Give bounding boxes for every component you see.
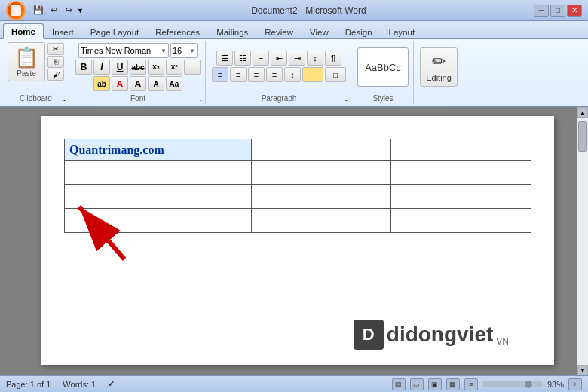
clear-format-button[interactable]: [184, 60, 201, 75]
numbering-button[interactable]: ☷: [234, 51, 251, 66]
borders-button[interactable]: □: [325, 67, 346, 82]
maximize-button[interactable]: □: [550, 5, 565, 17]
font-row-3: ab A A A Aa: [93, 76, 182, 91]
tab-mailings[interactable]: Mailings: [208, 24, 256, 39]
view-draft-button[interactable]: ≡: [464, 378, 478, 390]
paragraph-expand[interactable]: ⌄: [344, 96, 349, 103]
strikethrough-button[interactable]: abc: [130, 60, 146, 75]
table-cell[interactable]: [65, 185, 252, 209]
indent-more-button[interactable]: ⇥: [289, 51, 305, 66]
sort-button[interactable]: ↕: [307, 51, 323, 66]
scroll-track: [577, 118, 588, 365]
font-color-button[interactable]: A: [112, 76, 128, 91]
spell-check-icon[interactable]: ✔: [108, 379, 115, 389]
cut-button[interactable]: ✂: [47, 43, 64, 55]
editing-controls: ✏ Editing: [420, 42, 458, 103]
line-spacing-button[interactable]: ↕: [284, 67, 301, 82]
styles-gallery[interactable]: AaBbCc: [357, 47, 409, 87]
clipboard-expand[interactable]: ⌄: [62, 96, 67, 103]
word-page[interactable]: Quantrimang.com: [41, 116, 554, 365]
close-button[interactable]: ✕: [567, 5, 582, 17]
italic-button[interactable]: I: [93, 60, 110, 75]
table-cell[interactable]: [251, 139, 391, 161]
document-area: Quantrimang.com: [0, 107, 588, 375]
zoom-percent: 93%: [547, 380, 564, 389]
font-name-value: Times New Roman: [81, 46, 151, 55]
table-cell[interactable]: [251, 161, 391, 185]
scroll-thumb[interactable]: [578, 121, 587, 152]
bullets-button[interactable]: ☰: [216, 51, 233, 66]
table-cell[interactable]: [391, 161, 531, 185]
scroll-down-button[interactable]: ▼: [577, 365, 588, 375]
paragraph-controls: ☰ ☷ ≡ ⇤ ⇥ ↕ ¶ ≡ ≡ ≡ ≡ ↕ □: [212, 42, 346, 103]
table-cell[interactable]: [391, 139, 531, 161]
table-cell-selected[interactable]: Quantrimang.com: [65, 139, 252, 161]
superscript-button[interactable]: X²: [166, 60, 182, 75]
tab-insert[interactable]: Insert: [44, 24, 82, 39]
show-marks-button[interactable]: ¶: [325, 51, 341, 66]
paragraph-label: Paragraph: [262, 94, 297, 103]
bold-button[interactable]: B: [75, 60, 92, 75]
styles-controls: AaBbCc: [357, 42, 409, 103]
copy-button[interactable]: ⎘: [47, 56, 64, 68]
para-row-1: ☰ ☷ ≡ ⇤ ⇥ ↕ ¶: [216, 51, 341, 66]
font-row-2: B I U abc X₂ X²: [75, 60, 201, 75]
words-info: Words: 1: [63, 380, 96, 389]
font-expand[interactable]: ⌄: [198, 96, 204, 103]
align-center-button[interactable]: ≡: [230, 67, 247, 82]
table-cell[interactable]: [391, 185, 531, 209]
tab-page-layout[interactable]: Page Layout: [82, 24, 148, 39]
redo-button[interactable]: ↪: [62, 4, 75, 17]
tab-layout[interactable]: Layout: [381, 24, 424, 39]
font-name-dropdown[interactable]: Times New Roman ▼: [78, 43, 169, 58]
styles-label: Styles: [372, 94, 393, 103]
indent-less-button[interactable]: ⇤: [271, 51, 287, 66]
justify-button[interactable]: ≡: [266, 67, 283, 82]
table-cell[interactable]: [65, 161, 252, 185]
clipboard-label: Clipboard: [20, 94, 52, 103]
table-cell[interactable]: [251, 209, 391, 233]
title-bar: 💾 ↩ ↪ ▼ Document2 - Microsoft Word ─ □ ✕: [0, 0, 588, 21]
zoom-slider[interactable]: [482, 381, 543, 387]
font-row-1: Times New Roman ▼ 16 ▼: [78, 43, 198, 58]
align-left-button[interactable]: ≡: [212, 67, 228, 82]
tab-home[interactable]: Home: [3, 23, 44, 39]
shrink-font-button[interactable]: A: [148, 76, 164, 91]
view-web-button[interactable]: ▣: [428, 378, 442, 390]
paste-button[interactable]: 📋 Paste: [8, 42, 45, 81]
table-cell[interactable]: [391, 209, 531, 233]
highlight-button[interactable]: ab: [93, 76, 110, 91]
subscript-button[interactable]: X₂: [148, 60, 164, 75]
quick-access-dropdown[interactable]: ▼: [77, 7, 84, 14]
tab-design[interactable]: Design: [337, 24, 381, 39]
table-cell[interactable]: [65, 209, 252, 233]
editing-button[interactable]: ✏ Editing: [420, 47, 458, 87]
view-normal-button[interactable]: ▤: [392, 378, 406, 390]
font-controls: Times New Roman ▼ 16 ▼ B I U abc X₂ X² a…: [75, 42, 201, 103]
multilevel-list-button[interactable]: ≡: [253, 51, 269, 66]
font-name-chevron: ▼: [161, 47, 167, 54]
change-case-button[interactable]: Aa: [166, 76, 182, 91]
table-cell[interactable]: [251, 185, 391, 209]
underline-button[interactable]: U: [112, 60, 128, 75]
scroll-up-button[interactable]: ▲: [577, 107, 588, 118]
tab-view[interactable]: View: [302, 24, 337, 39]
vertical-scrollbar: ▲ ▼: [577, 107, 588, 375]
format-painter-button[interactable]: 🖌: [47, 69, 64, 81]
shading-button[interactable]: [302, 67, 323, 82]
window-controls: ─ □ ✕: [534, 5, 582, 17]
save-button[interactable]: 💾: [32, 4, 45, 17]
align-right-button[interactable]: ≡: [248, 67, 265, 82]
office-button[interactable]: [6, 1, 26, 20]
watermark-suffix: VN: [496, 336, 509, 347]
view-outline-button[interactable]: ▦: [446, 378, 460, 390]
clipboard-small-buttons: ✂ ⎘ 🖌: [47, 43, 64, 81]
view-fullscreen-button[interactable]: ▭: [410, 378, 424, 390]
tab-references[interactable]: References: [147, 24, 208, 39]
font-size-dropdown[interactable]: 16 ▼: [170, 43, 198, 58]
tab-review[interactable]: Review: [256, 24, 302, 39]
undo-button[interactable]: ↩: [47, 4, 60, 17]
zoom-in-button[interactable]: +: [568, 378, 582, 390]
minimize-button[interactable]: ─: [534, 5, 549, 17]
grow-font-button[interactable]: A: [130, 76, 146, 91]
